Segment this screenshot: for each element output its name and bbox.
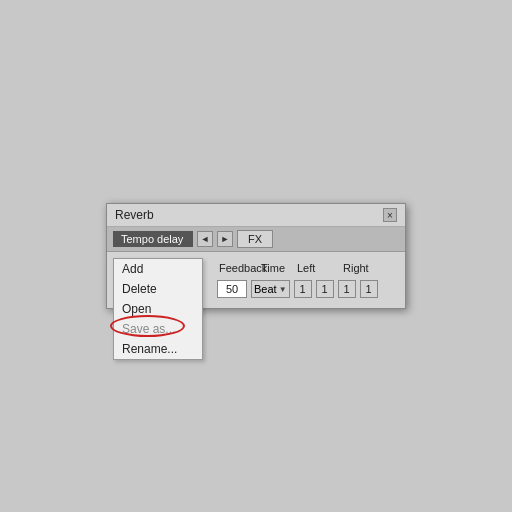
menu-item-add[interactable]: Add xyxy=(114,259,202,279)
menu-item-rename[interactable]: Rename... xyxy=(114,339,202,359)
left-val1[interactable]: 1 xyxy=(294,280,312,298)
context-menu: Add Delete Open Save as... Rename... xyxy=(113,258,203,360)
menu-item-open[interactable]: Open xyxy=(114,299,202,319)
left-val2[interactable]: 1 xyxy=(316,280,334,298)
toolbar: Tempo delay ◄ ► FX xyxy=(107,227,405,252)
right-val2[interactable]: 1 xyxy=(360,280,378,298)
time-value: Beat xyxy=(254,283,277,295)
reverb-dialog: Reverb × Tempo delay ◄ ► FX Add Delete O… xyxy=(106,203,406,309)
menu-item-delete[interactable]: Delete xyxy=(114,279,202,299)
nav-next-button[interactable]: ► xyxy=(217,231,233,247)
column-headers: Feedback Time Left Right xyxy=(217,262,378,274)
preset-label: Tempo delay xyxy=(113,231,193,247)
chevron-down-icon: ▼ xyxy=(279,285,287,294)
col-header-left: Left xyxy=(297,262,337,274)
right-panel: Feedback Time Left Right 50 Beat ▼ 1 1 1… xyxy=(213,258,382,302)
dialog-title: Reverb xyxy=(115,208,154,222)
col-header-feedback: Feedback xyxy=(219,262,255,274)
col-header-time: Time xyxy=(261,262,291,274)
right-val1[interactable]: 1 xyxy=(338,280,356,298)
menu-item-save-as[interactable]: Save as... xyxy=(114,319,202,339)
col-header-right: Right xyxy=(343,262,373,274)
fx-button[interactable]: FX xyxy=(237,230,273,248)
nav-prev-button[interactable]: ◄ xyxy=(197,231,213,247)
title-bar: Reverb × xyxy=(107,204,405,227)
controls-row: 50 Beat ▼ 1 1 1 1 xyxy=(217,280,378,298)
content-area: Add Delete Open Save as... Rename... Fee… xyxy=(107,252,405,308)
feedback-value[interactable]: 50 xyxy=(217,280,247,298)
close-button[interactable]: × xyxy=(383,208,397,222)
time-dropdown[interactable]: Beat ▼ xyxy=(251,280,290,298)
